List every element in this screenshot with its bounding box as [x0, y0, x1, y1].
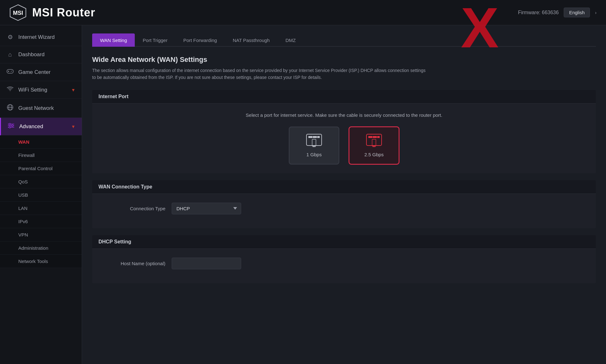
advanced-subitems: WAN Firewall Parental Control QoS USB LA… [0, 135, 82, 268]
svg-rect-30 [371, 136, 372, 138]
sidebar-label-advanced: Advanced [19, 123, 67, 130]
host-name-input[interactable] [172, 258, 241, 269]
port-options: 1 Gbps [102, 127, 586, 164]
sidebar-item-internet-wizard[interactable]: ⚙ Internet Wizard [0, 28, 82, 46]
port-label-1gbps: 1 Gbps [306, 152, 322, 157]
dhcp-setting-header: DHCP Setting [92, 235, 596, 249]
tab-port-forwarding[interactable]: Port Forwarding [175, 33, 225, 47]
svg-text:MSI: MSI [13, 10, 23, 16]
sidebar-subitem-qos[interactable]: QoS [0, 175, 82, 188]
home-icon: ⌂ [6, 51, 14, 58]
sidebar-item-dashboard[interactable]: ⌂ Dashboard [0, 46, 82, 63]
svg-point-16 [9, 127, 11, 128]
main-layout: ⚙ Internet Wizard ⌂ Dashboard Game Cente… [0, 25, 606, 364]
header-right: Firmware: 663636 English › [518, 8, 597, 17]
sidebar-subitem-network-tools[interactable]: Network Tools [0, 255, 82, 268]
svg-rect-5 [8, 71, 9, 72]
wan-connection-header: WAN Connection Type [92, 180, 596, 194]
header: MSI MSI Router Firmware: 663636 English … [0, 0, 606, 25]
internet-port-card: Internet Port Select a port for internet… [92, 90, 596, 173]
svg-rect-29 [377, 136, 380, 138]
sidebar-subitem-parental-control[interactable]: Parental Control [0, 162, 82, 175]
sidebar: ⚙ Internet Wizard ⌂ Dashboard Game Cente… [0, 25, 82, 364]
sidebar-subitem-ipv6[interactable]: IPv6 [0, 215, 82, 228]
wan-section-title: Wide Area Network (WAN) Settings [92, 56, 596, 64]
sidebar-item-advanced[interactable]: Advanced ▼ [0, 118, 82, 135]
sidebar-subitem-usb[interactable]: USB [0, 188, 82, 202]
sidebar-subitem-lan[interactable]: LAN [0, 202, 82, 215]
sidebar-subitem-wan[interactable]: WAN [0, 135, 82, 149]
sidebar-label-game-center: Game Center [18, 69, 75, 75]
app-title: MSI Router [32, 6, 95, 19]
tab-port-trigger[interactable]: Port Trigger [135, 33, 175, 47]
wan-connection-body: Connection Type DHCP PPPoE Static IP PPT… [92, 194, 596, 228]
svg-rect-25 [314, 146, 315, 147]
msi-logo: MSI [9, 4, 27, 21]
svg-rect-34 [374, 146, 375, 147]
svg-point-14 [9, 123, 11, 125]
host-name-row: Host Name (optional) [102, 258, 586, 269]
svg-rect-18 [308, 136, 311, 138]
svg-rect-32 [372, 139, 376, 146]
connection-type-select[interactable]: DHCP PPPoE Static IP PPTP L2TP [172, 203, 241, 214]
header-left: MSI MSI Router [9, 4, 95, 21]
language-button[interactable]: English [564, 8, 590, 17]
svg-rect-24 [313, 146, 314, 147]
connection-type-row: Connection Type DHCP PPPoE Static IP PPT… [102, 203, 586, 214]
wan-connection-card: WAN Connection Type Connection Type DHCP… [92, 180, 596, 228]
svg-rect-31 [375, 136, 377, 138]
connection-type-label: Connection Type [102, 206, 165, 211]
dhcp-setting-card: DHCP Setting Host Name (optional) [92, 235, 596, 283]
internet-port-body: Select a port for internet service. Make… [92, 104, 596, 173]
dhcp-setting-body: Host Name (optional) [92, 249, 596, 283]
sidebar-item-guest-network[interactable]: Guest Network [0, 99, 82, 118]
wifi-icon [6, 86, 14, 93]
sidebar-item-game-center[interactable]: Game Center [0, 63, 82, 81]
svg-point-7 [11, 71, 11, 72]
gear-icon: ⚙ [6, 33, 14, 41]
svg-rect-26 [366, 134, 382, 146]
port-card-2-5gbps[interactable]: 2.5 Gbps [349, 127, 399, 164]
wan-tabs: WAN Setting Port Trigger Port Forwarding… [92, 33, 596, 47]
sidebar-subitem-firewall[interactable]: Firewall [0, 149, 82, 162]
internet-port-header: Internet Port [92, 90, 596, 104]
host-name-label: Host Name (optional) [102, 261, 165, 266]
arrow-right-icon: › [595, 10, 597, 15]
sidebar-label-guest-network: Guest Network [18, 105, 75, 111]
sidebar-item-wifi-setting[interactable]: WiFi Setting ▼ [0, 81, 82, 99]
svg-rect-19 [313, 136, 315, 138]
firmware-info: Firmware: 663636 [518, 10, 559, 15]
svg-rect-33 [373, 146, 374, 147]
port-label-2-5gbps: 2.5 Gbps [365, 152, 384, 157]
svg-point-6 [11, 71, 12, 71]
gamepad-icon [6, 69, 14, 76]
ethernet-icon-1gbps [305, 134, 323, 148]
svg-rect-20 [317, 136, 320, 138]
wan-section-desc: The section allows manual configuration … [92, 67, 427, 81]
svg-rect-27 [368, 136, 371, 138]
globe-icon [6, 104, 14, 112]
tab-wan-setting[interactable]: WAN Setting [92, 33, 135, 47]
svg-rect-22 [315, 136, 317, 138]
svg-point-15 [12, 125, 13, 127]
svg-rect-17 [306, 134, 322, 146]
sidebar-subitem-administration[interactable]: Administration [0, 242, 82, 255]
sidebar-label-dashboard: Dashboard [18, 51, 75, 58]
tab-dmz[interactable]: DMZ [277, 33, 304, 47]
main-content: WAN Setting Port Trigger Port Forwarding… [82, 25, 606, 364]
sidebar-label-internet-wizard: Internet Wizard [18, 34, 75, 40]
svg-rect-28 [373, 136, 375, 138]
tab-nat-passthrough[interactable]: NAT Passthrough [225, 33, 277, 47]
svg-rect-23 [312, 139, 316, 146]
sliders-icon [7, 123, 15, 130]
svg-rect-21 [311, 136, 312, 138]
port-card-1gbps[interactable]: 1 Gbps [289, 127, 339, 164]
sidebar-label-wifi-setting: WiFi Setting [18, 87, 67, 93]
port-description: Select a port for internet service. Make… [102, 112, 586, 118]
chevron-down-icon: ▼ [71, 87, 75, 92]
ethernet-icon-2-5gbps [365, 134, 383, 148]
chevron-right-icon: ▼ [71, 124, 75, 129]
sidebar-subitem-vpn[interactable]: VPN [0, 228, 82, 242]
